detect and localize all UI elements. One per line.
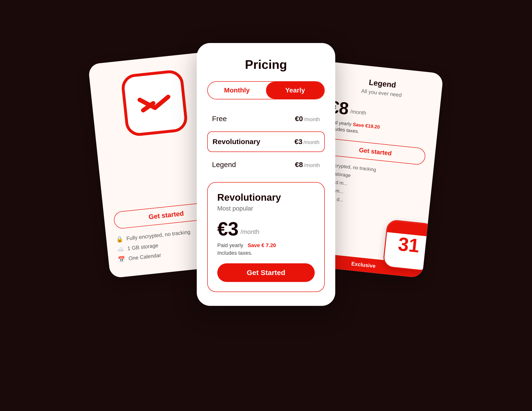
revolutionary-price-period: /month xyxy=(304,139,320,146)
featured-billing-note: Paid yearly Save € 7.20 xyxy=(217,242,315,248)
free-plan-name: Free xyxy=(212,115,227,123)
revolutionary-plan-price: €3 /month xyxy=(294,138,320,146)
revolutionary-plan-row[interactable]: Revolutionary €3 /month xyxy=(207,131,325,152)
featured-price-amount: €3 xyxy=(217,219,238,238)
featured-save-text: Save € 7.20 xyxy=(248,242,276,248)
scene: Get started 🔒 Fully encrypted, no tracki… xyxy=(99,38,433,373)
featured-plan-title: Revolutionary xyxy=(217,192,315,203)
email-checkmark-icon xyxy=(134,87,175,119)
right-get-started-button[interactable]: Get started xyxy=(324,138,426,166)
legend-price-amount: €8 xyxy=(295,161,303,169)
monthly-toggle[interactable]: Monthly xyxy=(208,82,266,99)
lock-icon: 🔒 xyxy=(115,236,124,243)
right-feature-list: lly encrypted, no tracking 0 GB storage … xyxy=(320,162,424,211)
featured-plan-tagline: Most popular xyxy=(217,205,315,212)
right-price-period: /month xyxy=(350,108,367,116)
calendar-icon: 📅 xyxy=(118,256,126,263)
featured-tax-note: Includes taxes. xyxy=(217,250,315,256)
free-price-period: /month xyxy=(304,116,320,123)
legend-plan-name: Legend xyxy=(212,161,236,169)
billing-toggle[interactable]: Monthly Yearly xyxy=(207,81,325,99)
free-plan-price: €0 /month xyxy=(295,115,320,123)
legend-plan-price: €8 /month xyxy=(295,161,320,169)
featured-plan-detail: Revolutionary Most popular €3 /month Pai… xyxy=(207,182,325,292)
revolutionary-price-amount: €3 xyxy=(294,138,302,146)
calendar-icon-container: 31 xyxy=(382,219,435,272)
featured-price-row: €3 /month xyxy=(217,219,315,238)
featured-get-started-button[interactable]: Get Started xyxy=(217,263,315,282)
revolutionary-plan-name: Revolutionary xyxy=(212,138,260,146)
email-icon-container xyxy=(120,69,189,137)
calendar-day-number: 31 xyxy=(397,235,420,256)
legend-price-period: /month xyxy=(304,162,320,168)
pricing-title: Pricing xyxy=(207,57,325,72)
legend-plan-row[interactable]: Legend €8 /month xyxy=(207,155,325,175)
free-price-amount: €0 xyxy=(295,115,303,123)
cloud-icon: ☁️ xyxy=(117,246,125,253)
pricing-card: Pricing Monthly Yearly Free €0 /month Re… xyxy=(197,43,335,306)
yearly-toggle[interactable]: Yearly xyxy=(266,82,324,99)
featured-price-period: /month xyxy=(240,228,260,236)
free-plan-row[interactable]: Free €0 /month xyxy=(207,109,325,128)
